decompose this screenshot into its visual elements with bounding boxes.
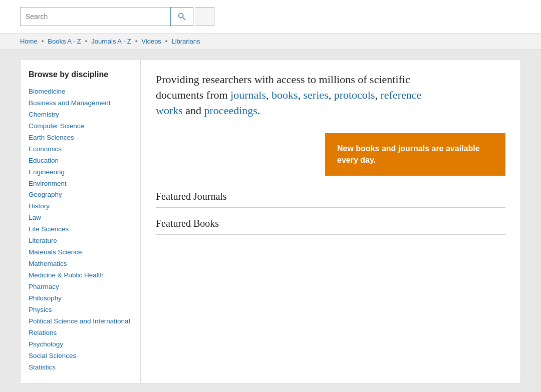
nav-dot-3: •: [135, 38, 138, 45]
search-input[interactable]: [20, 7, 170, 26]
header: [0, 0, 541, 34]
nav-item-librarians[interactable]: Librarians: [171, 38, 200, 45]
sidebar-title: Browse by discipline: [29, 70, 132, 79]
discipline-link-history[interactable]: History: [29, 201, 132, 212]
nav-item-home[interactable]: Home: [20, 38, 38, 45]
discipline-link-psychology[interactable]: Psychology: [29, 339, 132, 350]
link-series[interactable]: series: [304, 89, 329, 101]
discipline-link-pharmacy[interactable]: Pharmacy: [29, 281, 132, 293]
featured-journals-title: Featured Journals: [156, 191, 505, 208]
featured-books-title: Featured Books: [156, 218, 505, 235]
search-button[interactable]: [170, 7, 193, 26]
discipline-link-business-and-management[interactable]: Business and Management: [29, 98, 132, 109]
link-protocols[interactable]: protocols: [334, 89, 375, 101]
sidebar: Browse by discipline BiomedicineBusiness…: [21, 60, 141, 383]
discipline-list: BiomedicineBusiness and ManagementChemis…: [29, 86, 132, 373]
nav-item-videos[interactable]: Videos: [141, 38, 161, 45]
link-proceedings[interactable]: proceedings: [204, 104, 257, 117]
featured-journals-section: Featured Journals: [156, 191, 505, 208]
discipline-link-statistics[interactable]: Statistics: [29, 362, 132, 373]
discipline-link-biomedicine[interactable]: Biomedicine: [29, 86, 132, 98]
discipline-link-environment[interactable]: Environment: [29, 178, 132, 190]
discipline-link-medicine--public-health[interactable]: Medicine & Public Health: [29, 270, 132, 281]
nav-dot-1: •: [42, 38, 44, 45]
extra-options-button[interactable]: [195, 7, 214, 26]
discipline-link-literature[interactable]: Literature: [29, 235, 132, 247]
discipline-link-political-science-and-international-relations[interactable]: Political Science and International Rela…: [29, 316, 132, 339]
search-bar: [20, 7, 521, 26]
promo-box[interactable]: New books and journals are available eve…: [325, 133, 505, 176]
link-books[interactable]: books: [272, 89, 298, 101]
svg-line-1: [183, 18, 185, 20]
discipline-link-geography[interactable]: Geography: [29, 189, 132, 201]
main-wrapper: Browse by discipline BiomedicineBusiness…: [0, 50, 541, 392]
discipline-link-social-sciences[interactable]: Social Sciences: [29, 350, 132, 362]
content-card: Browse by discipline BiomedicineBusiness…: [20, 60, 521, 383]
discipline-link-philosophy[interactable]: Philosophy: [29, 293, 132, 304]
discipline-link-physics[interactable]: Physics: [29, 304, 132, 316]
featured-books-section: Featured Books: [156, 218, 505, 235]
discipline-link-education[interactable]: Education: [29, 155, 132, 167]
nav-item-books[interactable]: Books A - Z: [48, 38, 81, 45]
discipline-link-life-sciences[interactable]: Life Sciences: [29, 224, 132, 235]
discipline-link-materials-science[interactable]: Materials Science: [29, 247, 132, 258]
svg-point-0: [179, 14, 183, 18]
nav-bar: Home • Books A - Z • Journals A - Z • Vi…: [0, 34, 541, 50]
link-journals[interactable]: journals: [230, 89, 266, 101]
discipline-link-computer-science[interactable]: Computer Science: [29, 121, 132, 132]
search-icon: [177, 12, 186, 21]
discipline-link-mathematics[interactable]: Mathematics: [29, 258, 132, 270]
nav-dot-2: •: [85, 38, 88, 45]
discipline-link-earth-sciences[interactable]: Earth Sciences: [29, 132, 132, 144]
nav-item-journals[interactable]: Journals A - Z: [91, 38, 131, 45]
intro-text: Providing researchers with access to mil…: [156, 72, 446, 118]
discipline-link-chemistry[interactable]: Chemistry: [29, 109, 132, 121]
main-content: Providing researchers with access to mil…: [141, 60, 520, 383]
discipline-link-engineering[interactable]: Engineering: [29, 167, 132, 178]
nav-dot-4: •: [165, 38, 168, 45]
discipline-link-economics[interactable]: Economics: [29, 144, 132, 155]
discipline-link-law[interactable]: Law: [29, 212, 132, 224]
